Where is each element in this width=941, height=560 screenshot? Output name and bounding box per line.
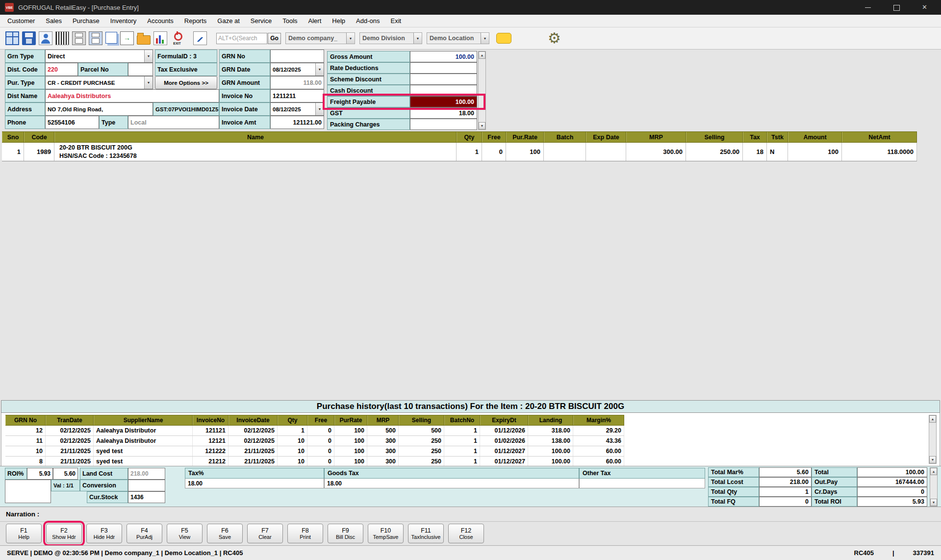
history-row[interactable]: 1202/12/2025Aaleahya Distributor12112102… <box>5 426 624 436</box>
items-icon[interactable] <box>5 31 19 45</box>
exit-icon[interactable]: EXIT <box>170 31 184 45</box>
go-button[interactable]: Go <box>268 33 281 44</box>
fkey-f2[interactable]: F2Show Hdr <box>46 524 82 543</box>
fkey-label-text: Hide Hdr <box>94 534 115 540</box>
dist-code-input[interactable]: 220 <box>45 63 78 76</box>
charges-scrollbar[interactable] <box>478 51 486 130</box>
scroll-down-icon[interactable] <box>929 456 936 463</box>
history-row[interactable]: 1021/11/2025syed test12122221/11/2025100… <box>5 446 624 457</box>
menu-exit[interactable]: Exit <box>385 15 407 27</box>
preview-icon[interactable] <box>89 31 102 45</box>
pur-type-select[interactable]: CR - CREDIT PURCHASE <box>45 76 153 89</box>
dist-name-field[interactable]: Aaleahya Distributors <box>45 89 219 102</box>
invoice-amt-input[interactable]: 121121.00 <box>270 116 324 129</box>
report-icon[interactable] <box>193 31 207 45</box>
type-input[interactable]: Local <box>128 116 219 129</box>
menu-inventory[interactable]: Inventory <box>105 15 142 27</box>
chevron-down-icon[interactable] <box>315 63 324 76</box>
total-label: Total Lcost <box>708 477 759 487</box>
menu-help[interactable]: Help <box>327 15 351 27</box>
grn-date-input[interactable]: 08/12/2025 <box>270 63 324 76</box>
hist-cell: 100 <box>334 446 367 456</box>
more-options-button[interactable]: More Options >> <box>155 76 217 89</box>
summary-scrollbar[interactable] <box>930 467 938 507</box>
charge-value[interactable] <box>410 74 477 85</box>
chat-icon[interactable] <box>496 33 511 44</box>
charge-value[interactable]: 18.00 <box>410 107 477 119</box>
parcel-no-label: Parcel No <box>78 63 128 76</box>
invoice-no-input[interactable]: 1211211 <box>270 89 324 102</box>
menu-add-ons[interactable]: Add-ons <box>351 15 385 27</box>
history-row[interactable]: 821/11/2025syed test2121221/11/202510010… <box>5 457 624 467</box>
fkey-f6[interactable]: F6Save <box>207 524 243 543</box>
item-row[interactable]: 1198920-20 BTR BISCUIT 200GHSN/SAC Code … <box>2 143 917 161</box>
scroll-down-icon[interactable] <box>930 499 937 506</box>
user-icon[interactable] <box>39 31 52 45</box>
chevron-down-icon[interactable] <box>346 33 355 44</box>
history-row[interactable]: 1102/12/2025Aaleahya Distributor1212102/… <box>5 436 624 446</box>
copy-icon[interactable] <box>105 32 117 44</box>
grn-no-input[interactable] <box>270 50 324 63</box>
minimize-icon[interactable] <box>865 4 871 11</box>
address-field[interactable]: NO 7,Old Ring Road, <box>45 102 153 116</box>
company-select[interactable]: Demo company_ <box>285 32 355 44</box>
fkey-f1[interactable]: F1Help <box>6 524 42 543</box>
summary-bar: ROI% 5.93 5.60 Land Cost 218.00 Val : 1/… <box>0 466 941 507</box>
menu-alert[interactable]: Alert <box>303 15 327 27</box>
save-icon[interactable] <box>22 31 36 45</box>
close-icon[interactable] <box>921 4 928 11</box>
scroll-up-icon[interactable] <box>930 468 937 475</box>
scroll-track[interactable] <box>930 475 937 499</box>
fkey-f12[interactable]: F12Close <box>448 524 484 543</box>
history-scrollbar[interactable] <box>929 415 937 464</box>
chevron-down-icon[interactable] <box>144 50 153 62</box>
fkey-f4[interactable]: F4PurAdj <box>127 524 162 543</box>
scroll-down-icon[interactable] <box>479 122 485 129</box>
menu-reports[interactable]: Reports <box>179 15 212 27</box>
hist-cell: 318.00 <box>528 426 573 435</box>
parcel-no-input[interactable] <box>128 63 153 76</box>
charge-value[interactable] <box>410 119 477 130</box>
fkey-f10[interactable]: F10TempSave <box>368 524 404 543</box>
invoice-date-input[interactable]: 08/12/2025 <box>270 102 324 116</box>
charge-value[interactable]: 100.00 <box>410 51 477 62</box>
menu-accounts[interactable]: Accounts <box>142 15 178 27</box>
conversion-label[interactable]: Conversion <box>80 480 128 491</box>
scroll-track[interactable] <box>479 59 485 122</box>
folder-icon[interactable] <box>137 35 151 45</box>
chevron-down-icon[interactable] <box>315 103 324 115</box>
grn-type-select[interactable]: Direct <box>45 50 153 63</box>
fkey-f3[interactable]: F3Hide Hdr <box>86 524 122 543</box>
menu-gaze-at[interactable]: Gaze at <box>212 15 245 27</box>
fkey-f7[interactable]: F7Clear <box>247 524 283 543</box>
fkey-f9[interactable]: F9Bill Disc <box>328 524 363 543</box>
fkey-f11[interactable]: F11TaxInclusive <box>408 524 444 543</box>
menu-service[interactable]: Service <box>245 15 277 27</box>
menu-sales[interactable]: Sales <box>40 15 67 27</box>
scroll-up-icon[interactable] <box>929 415 936 423</box>
division-select[interactable]: Demo Division <box>359 32 422 44</box>
barcode-icon[interactable] <box>55 31 69 45</box>
menu-purchase[interactable]: Purchase <box>67 15 105 27</box>
export-icon[interactable] <box>120 31 134 45</box>
phone-input[interactable]: 52554106 <box>45 116 99 129</box>
fkey-f8[interactable]: F8Print <box>287 524 323 543</box>
chevron-down-icon[interactable] <box>144 76 153 89</box>
menu-customer[interactable]: Customer <box>2 15 40 27</box>
menu-tools[interactable]: Tools <box>277 15 303 27</box>
charge-value[interactable]: 100.00 <box>410 96 477 107</box>
search-input[interactable] <box>216 33 267 44</box>
printer-icon[interactable] <box>72 31 86 45</box>
settings-gear-icon[interactable] <box>548 31 561 46</box>
charge-value[interactable] <box>410 62 477 74</box>
history-table-body: 1202/12/2025Aaleahya Distributor12112102… <box>1 426 940 467</box>
chevron-down-icon[interactable] <box>413 33 422 44</box>
scroll-up-icon[interactable] <box>479 51 485 59</box>
location-select[interactable]: Demo Location <box>427 32 489 44</box>
chevron-down-icon[interactable] <box>481 33 489 44</box>
fkey-f5[interactable]: F5View <box>167 524 203 543</box>
maximize-icon[interactable] <box>893 4 900 11</box>
chart-icon[interactable] <box>153 31 167 45</box>
charge-value[interactable] <box>410 85 477 96</box>
scroll-track[interactable] <box>929 423 936 456</box>
